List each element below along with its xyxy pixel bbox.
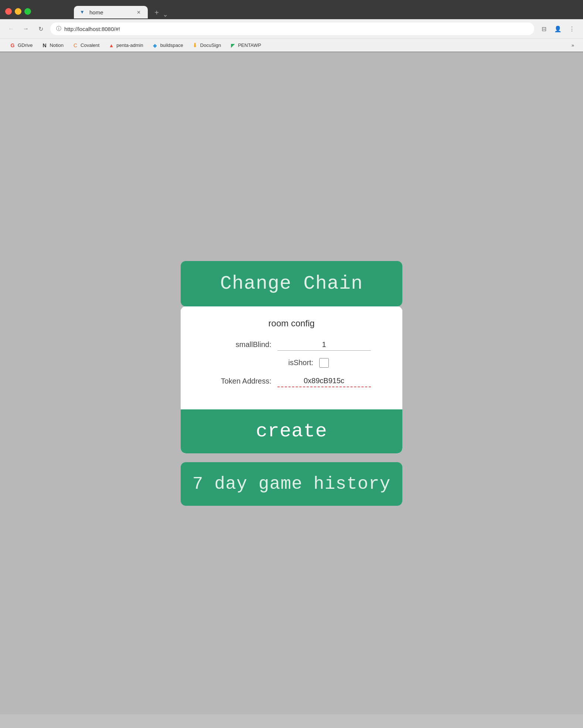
active-tab[interactable]: ▼ home ✕ bbox=[74, 6, 148, 18]
bookmark-notion[interactable]: N Notion bbox=[38, 41, 67, 50]
menu-button[interactable]: ⋮ bbox=[567, 24, 577, 34]
docusign-icon: ⬇ bbox=[192, 42, 198, 48]
tab-favicon-icon: ▼ bbox=[80, 9, 86, 15]
tab-list-button[interactable]: ⌄ bbox=[163, 10, 168, 18]
lock-icon: ⓘ bbox=[56, 25, 61, 32]
bookmark-covalent[interactable]: C Covalent bbox=[69, 41, 103, 50]
small-blind-row: smallBlind: bbox=[195, 339, 388, 351]
tab-title: home bbox=[89, 9, 132, 16]
main-container: Change Chain room config smallBlind: isS… bbox=[181, 261, 402, 506]
room-config-title: room config bbox=[195, 318, 388, 329]
bookmark-gdrive-label: GDrive bbox=[18, 42, 33, 48]
minimize-button[interactable] bbox=[15, 8, 21, 15]
maximize-button[interactable] bbox=[24, 8, 31, 15]
browser-chrome: ▼ home ✕ + ⌄ ← → ↻ ⓘ http://localhost:80… bbox=[0, 0, 583, 52]
address-bar: ← → ↻ ⓘ http://localhost:8080/#! ⊟ 👤 ⋮ bbox=[0, 19, 583, 38]
account-button[interactable]: 👤 bbox=[553, 24, 563, 34]
tab-bar: ▼ home ✕ + ⌄ bbox=[37, 4, 205, 18]
bookmark-docusign[interactable]: ⬇ DocuSign bbox=[188, 41, 225, 50]
traffic-lights bbox=[5, 8, 31, 15]
room-config-card: room config smallBlind: isShort: Token A… bbox=[181, 306, 402, 409]
gdrive-icon: G bbox=[10, 42, 16, 48]
create-button[interactable]: create bbox=[181, 409, 402, 453]
notion-icon: N bbox=[41, 42, 47, 48]
game-history-button[interactable]: 7 day game history bbox=[181, 462, 402, 506]
page-content: Change Chain room config smallBlind: isS… bbox=[0, 52, 583, 714]
bookmark-gdrive[interactable]: G GDrive bbox=[6, 41, 36, 50]
reader-view-button[interactable]: ⊟ bbox=[539, 24, 549, 34]
penta-admin-icon: ▲ bbox=[108, 42, 114, 48]
bookmark-pentawp-label: PENTAWP bbox=[238, 42, 261, 48]
bookmark-buildspace[interactable]: ◆ buildspace bbox=[149, 41, 187, 50]
token-address-label: Token Address: bbox=[212, 377, 272, 385]
bookmark-penta-admin[interactable]: ▲ penta-admin bbox=[105, 41, 147, 50]
token-address-row: Token Address: bbox=[195, 375, 388, 387]
buildspace-icon: ◆ bbox=[152, 42, 158, 48]
bookmark-covalent-label: Covalent bbox=[81, 42, 99, 48]
title-bar: ▼ home ✕ + ⌄ bbox=[0, 0, 583, 19]
small-blind-label: smallBlind: bbox=[212, 340, 272, 349]
forward-button[interactable]: → bbox=[21, 24, 31, 34]
bookmark-penta-admin-label: penta-admin bbox=[116, 42, 143, 48]
bookmarks-more-button[interactable]: » bbox=[569, 41, 577, 49]
reload-button[interactable]: ↻ bbox=[35, 24, 46, 34]
browser-actions: ⊟ 👤 ⋮ bbox=[539, 24, 577, 34]
covalent-icon: C bbox=[72, 42, 78, 48]
bookmark-docusign-label: DocuSign bbox=[200, 42, 221, 48]
config-create-wrapper: room config smallBlind: isShort: Token A… bbox=[181, 306, 402, 453]
pentawp-icon: ◤ bbox=[230, 42, 236, 48]
change-chain-button[interactable]: Change Chain bbox=[181, 261, 402, 306]
close-button[interactable] bbox=[5, 8, 12, 15]
new-tab-button[interactable]: + bbox=[151, 7, 163, 18]
is-short-checkbox[interactable] bbox=[319, 358, 329, 368]
token-address-input[interactable] bbox=[277, 375, 371, 387]
bookmark-notion-label: Notion bbox=[50, 42, 64, 48]
bookmark-buildspace-label: buildspace bbox=[160, 42, 183, 48]
back-button[interactable]: ← bbox=[6, 24, 16, 34]
bookmark-pentawp[interactable]: ◤ PENTAWP bbox=[226, 41, 265, 50]
is-short-row: isShort: bbox=[195, 358, 388, 368]
is-short-label: isShort: bbox=[254, 358, 313, 367]
small-blind-input[interactable] bbox=[277, 339, 371, 351]
bookmarks-bar: G GDrive N Notion C Covalent ▲ penta-adm… bbox=[0, 38, 583, 52]
tab-close-button[interactable]: ✕ bbox=[135, 9, 142, 16]
address-input-container[interactable]: ⓘ http://localhost:8080/#! bbox=[50, 23, 534, 35]
address-url: http://localhost:8080/#! bbox=[64, 26, 120, 32]
